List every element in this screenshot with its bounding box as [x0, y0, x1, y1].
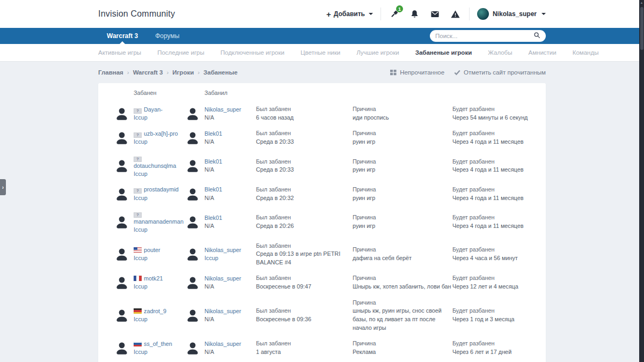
banner-link[interactable]: Blek01 — [204, 130, 222, 137]
avatar[interactable] — [114, 130, 129, 145]
avatar[interactable] — [185, 308, 200, 323]
banner-sub: N/A — [204, 315, 256, 323]
banner-link[interactable]: Nikolas_super — [204, 341, 241, 347]
search-input[interactable] — [435, 33, 533, 39]
banned-player-link[interactable]: zadrot_9 — [144, 308, 166, 314]
avatar[interactable] — [114, 106, 129, 121]
unban-label: Будет разбанен — [452, 186, 535, 194]
sidebar-expand-tab[interactable]: › — [0, 179, 6, 195]
chevron-right-icon: › — [2, 184, 4, 190]
avatar[interactable] — [114, 215, 129, 230]
avatar[interactable] — [185, 341, 200, 356]
scrollbar-thumb[interactable] — [640, 7, 643, 50]
avatar[interactable] — [185, 215, 200, 230]
banned-at-value: 6 часов назад — [256, 114, 353, 122]
scroll-up-arrow-icon[interactable]: ▲ — [639, 1, 644, 5]
banned-at-value: Воскресенье в 09:36 — [256, 315, 353, 324]
banner-link[interactable]: Nikolas_super — [204, 308, 241, 314]
ban-table-rows: ?Dayan-IccupNikolas_superN/AБыл забанен6… — [98, 101, 546, 362]
subnav-item-8[interactable]: Команды — [573, 49, 599, 56]
avatar[interactable] — [114, 341, 129, 356]
table-header: Забанен Забанил — [98, 90, 546, 96]
search-box[interactable] — [430, 30, 546, 42]
banner-sub[interactable]: Iccup — [204, 254, 256, 262]
avatar[interactable] — [185, 187, 200, 202]
user-menu[interactable]: Nikolas_super — [477, 8, 546, 20]
reason-label: Причина — [353, 274, 452, 283]
banner-sub: N/A — [204, 138, 256, 146]
avatar[interactable] — [114, 158, 129, 173]
breadcrumb-banned[interactable]: Забаненые — [203, 69, 238, 76]
banned-player-link[interactable]: prostadaymid — [144, 186, 179, 193]
banner-link[interactable]: Nikolas_super — [204, 106, 241, 113]
reason-label: Причина — [353, 213, 452, 222]
banner-link[interactable]: Blek01 — [204, 186, 222, 193]
envelope-icon[interactable] — [429, 8, 441, 20]
subnav-item-1[interactable]: Последние игры — [157, 49, 204, 56]
banned-player-link[interactable]: motk21 — [144, 275, 163, 282]
subnav-item-2[interactable]: Подключенные игроки — [221, 49, 284, 56]
banner-link[interactable]: Nikolas_super — [204, 275, 241, 282]
avatar[interactable] — [185, 158, 200, 173]
subnav-item-7[interactable]: Амнистии — [528, 49, 556, 56]
flag-unknown-icon: ? — [134, 157, 142, 162]
player-realm-link[interactable]: Iccup — [134, 138, 185, 146]
banned-at-label: Был забанен — [256, 307, 353, 315]
add-button[interactable]: + Добавить — [326, 10, 373, 18]
banned-at-label: Был забанен — [256, 274, 353, 283]
warning-triangle-icon[interactable] — [450, 8, 462, 20]
breadcrumb-warcraft3[interactable]: Warcraft 3 — [133, 69, 163, 76]
player-realm-link[interactable]: Iccup — [134, 114, 185, 122]
subnav-item-5[interactable]: Забаненые игроки — [415, 49, 472, 56]
player-realm-link[interactable]: Iccup — [134, 226, 185, 234]
player-realm-link[interactable]: Iccup — [134, 254, 185, 262]
banned-player-link[interactable]: pouter — [144, 247, 160, 253]
avatar[interactable] — [114, 275, 129, 290]
unread-link[interactable]: Непрочитанное — [390, 69, 444, 76]
player-realm-link[interactable]: Iccup — [134, 315, 185, 323]
avatar[interactable] — [185, 275, 200, 290]
mark-read-link[interactable]: Отметить сайт прочитанным — [454, 69, 546, 76]
avatar[interactable] — [114, 308, 129, 323]
search-icon[interactable] — [533, 31, 540, 41]
subnav-item-6[interactable]: Жалобы — [488, 49, 512, 56]
grid-icon — [390, 69, 397, 76]
table-row: ?dotauchunsqlmaIccupBlek01N/AБыл забанен… — [98, 150, 546, 182]
avatar[interactable] — [185, 106, 200, 121]
banner-link[interactable]: Blek01 — [204, 215, 222, 221]
unban-value: Через 4 года и 11 месяцев — [452, 138, 535, 146]
bell-icon[interactable] — [409, 8, 421, 20]
avatar[interactable] — [114, 187, 129, 202]
reason-value: иди проспись — [353, 114, 452, 122]
player-realm-link[interactable]: Iccup — [134, 170, 185, 178]
caret-down-icon — [541, 13, 546, 15]
player-realm-link[interactable]: Iccup — [134, 348, 185, 356]
player-realm-link[interactable]: Iccup — [134, 194, 185, 202]
banner-link[interactable]: Blek01 — [204, 158, 222, 165]
banned-player-link[interactable]: dotauchunsqlma — [134, 162, 176, 169]
banner-sub: N/A — [204, 348, 256, 356]
moderation-gavel-icon[interactable]: 1 — [389, 8, 400, 20]
avatar[interactable] — [114, 247, 129, 262]
page-scrollbar[interactable]: ▲ — [639, 0, 644, 362]
subnav-item-0[interactable]: Активные игры — [98, 49, 141, 56]
banned-player-link[interactable]: uzb-xa[h]-pro — [144, 130, 178, 137]
player-realm-link[interactable]: Iccup — [134, 283, 185, 291]
avatar[interactable] — [185, 130, 200, 145]
banner-link[interactable]: Nikolas_super — [204, 247, 241, 253]
breadcrumb-home[interactable]: Главная — [98, 69, 123, 76]
tab-warcraft3[interactable]: Warcraft 3 — [98, 28, 147, 44]
col-header-banned: Забанен — [114, 90, 185, 96]
tab-forums[interactable]: Форумы — [147, 28, 188, 44]
banned-player-link[interactable]: Dayan- — [144, 106, 163, 113]
avatar[interactable] — [185, 247, 200, 262]
subnav-item-4[interactable]: Лучшие игроки — [356, 49, 399, 56]
breadcrumb-players[interactable]: Игроки — [172, 69, 194, 76]
banned-player-link[interactable]: ss_of_then — [144, 341, 172, 347]
unban-value: Через 4 года и 11 месяцев — [452, 222, 535, 231]
unban-value: Через 4 года и 11 месяцев — [452, 166, 535, 174]
subnav-item-3[interactable]: Цветные ники — [301, 49, 340, 56]
site-title[interactable]: Invision Community — [98, 9, 175, 19]
banned-player-link[interactable]: manamanadenman — [134, 218, 184, 225]
unread-label: Непрочитанное — [400, 69, 444, 76]
